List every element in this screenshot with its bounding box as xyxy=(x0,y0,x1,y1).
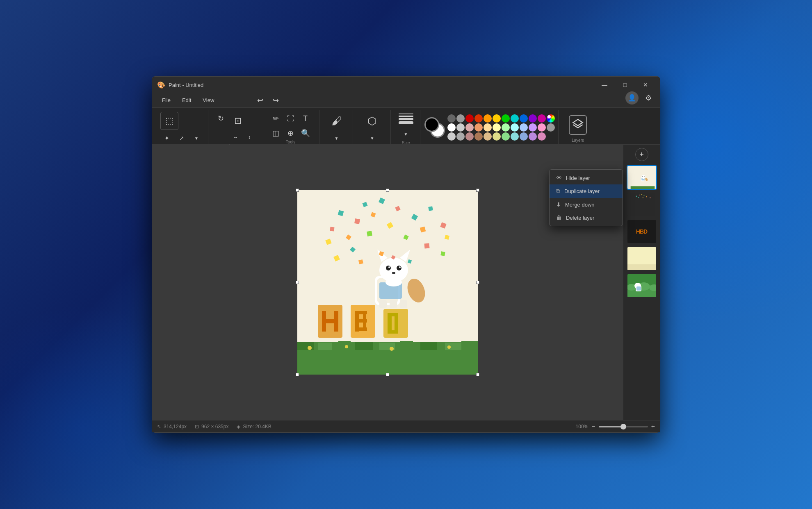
layer-thumb-3[interactable]: HBD xyxy=(627,219,657,244)
svg-rect-92 xyxy=(627,264,657,271)
zoom-out-button[interactable]: − xyxy=(591,423,595,430)
color-selector[interactable] xyxy=(424,117,445,138)
color-swatch[interactable] xyxy=(502,114,510,123)
color-swatch[interactable] xyxy=(474,123,483,132)
size-thickest[interactable] xyxy=(399,121,413,124)
color-swatch[interactable] xyxy=(493,123,501,132)
selection-arrow-button[interactable]: ↗ xyxy=(175,132,188,145)
text-button[interactable]: T xyxy=(299,112,312,125)
color-swatch[interactable] xyxy=(529,132,537,141)
handle-bottom-center[interactable] xyxy=(386,373,389,376)
color-swatch[interactable] xyxy=(465,123,474,132)
layer-thumb-2[interactable] xyxy=(627,192,657,217)
eraser-button[interactable]: ◫ xyxy=(269,127,283,140)
undo-button[interactable]: ↩ xyxy=(253,94,267,107)
color-swatch[interactable] xyxy=(465,132,474,141)
brush-icon[interactable]: 🖌 xyxy=(328,112,346,130)
color-swatch[interactable] xyxy=(474,114,483,123)
brush-dropdown[interactable]: ▼ xyxy=(330,132,343,145)
maximize-button[interactable]: □ xyxy=(616,79,634,91)
color-swatch[interactable] xyxy=(447,123,456,132)
color-swatch[interactable] xyxy=(529,123,537,132)
duplicate-layer-item[interactable]: ⧉ Duplicate layer xyxy=(550,184,623,198)
merge-down-item[interactable]: ⬇ Merge down xyxy=(550,198,623,211)
selection-rect-button[interactable]: ⬚ xyxy=(160,112,178,130)
svg-point-79 xyxy=(642,176,643,177)
layer-thumb-1[interactable] xyxy=(627,165,657,190)
selection-dropdown[interactable]: ▼ xyxy=(190,132,203,145)
handle-middle-left[interactable] xyxy=(296,281,299,284)
color-swatch[interactable] xyxy=(502,123,510,132)
shapes-dropdown[interactable]: ▼ xyxy=(366,132,379,145)
selection-freeform-button[interactable]: ✦ xyxy=(160,132,173,145)
color-swatch[interactable] xyxy=(484,123,492,132)
color-swatch[interactable] xyxy=(493,114,501,123)
layer-thumb-4[interactable] xyxy=(627,246,657,271)
flip-v-button[interactable]: ↕ xyxy=(243,131,256,144)
merge-down-label: Merge down xyxy=(565,202,595,208)
shapes-icon[interactable]: ⬡ xyxy=(363,112,381,130)
color-swatch[interactable] xyxy=(538,114,546,123)
color-swatch[interactable] xyxy=(538,123,546,132)
size-medium[interactable] xyxy=(399,116,413,117)
close-button[interactable]: ✕ xyxy=(636,79,655,91)
color-swatch[interactable] xyxy=(529,114,537,123)
color-swatch[interactable] xyxy=(520,114,528,123)
color-swatch[interactable] xyxy=(484,132,492,141)
hide-layer-label: Hide layer xyxy=(566,175,590,181)
zoom-thumb[interactable] xyxy=(620,424,626,429)
handle-bottom-left[interactable] xyxy=(296,373,299,376)
add-layer-button[interactable]: + xyxy=(635,148,648,161)
handle-bottom-right[interactable] xyxy=(476,373,479,376)
color-swatch[interactable] xyxy=(447,114,456,123)
menu-file[interactable]: File xyxy=(157,95,176,105)
hide-layer-item[interactable]: 👁 Hide layer xyxy=(550,171,623,184)
color-swatch[interactable] xyxy=(502,132,510,141)
color-swatch[interactable] xyxy=(520,132,528,141)
handle-top-left[interactable] xyxy=(296,189,299,192)
flip-h-button[interactable]: ↔ xyxy=(229,131,242,144)
fill-button[interactable]: ⛶ xyxy=(284,112,297,125)
rotate-button[interactable]: ↻ xyxy=(214,112,227,125)
color-swatch[interactable] xyxy=(484,114,492,123)
pencil-button[interactable]: ✏ xyxy=(269,112,283,125)
user-avatar[interactable]: 👤 xyxy=(625,91,639,105)
handle-top-center[interactable] xyxy=(386,189,389,192)
app-icon: 🎨 xyxy=(157,81,165,89)
eyedropper-button[interactable]: ⊕ xyxy=(284,127,297,140)
minimize-button[interactable]: — xyxy=(595,79,614,91)
handle-top-right[interactable] xyxy=(476,189,479,192)
delete-layer-item[interactable]: 🗑 Delete layer xyxy=(550,211,623,224)
color-swatch[interactable] xyxy=(511,114,519,123)
svg-point-39 xyxy=(388,266,390,268)
zoom-slider[interactable] xyxy=(599,426,648,427)
zoom-tool-button[interactable]: 🔍 xyxy=(299,127,312,140)
color-swatch[interactable] xyxy=(465,114,474,123)
color-swatch[interactable] xyxy=(447,132,456,141)
color-swatch[interactable] xyxy=(456,114,465,123)
color-swatch[interactable] xyxy=(520,123,528,132)
color-swatch[interactable] xyxy=(456,132,465,141)
zoom-in-button[interactable]: + xyxy=(651,423,655,430)
color-swatch[interactable] xyxy=(474,132,483,141)
color-swatch-empty xyxy=(547,123,555,132)
size-thin[interactable] xyxy=(399,114,413,114)
color-swatch[interactable] xyxy=(511,123,519,132)
layers-button[interactable] xyxy=(569,115,587,135)
canvas-image[interactable] xyxy=(297,190,478,375)
color-swatch[interactable] xyxy=(456,123,465,132)
color-swatch[interactable] xyxy=(538,132,546,141)
handle-middle-right[interactable] xyxy=(476,281,479,284)
resize-button[interactable]: ⊡ xyxy=(229,112,247,130)
color-rainbow[interactable] xyxy=(547,114,555,123)
foreground-color[interactable] xyxy=(424,117,439,132)
color-swatch[interactable] xyxy=(511,132,519,141)
layer-thumb-5[interactable] xyxy=(627,273,657,298)
menu-view[interactable]: View xyxy=(198,95,219,105)
color-swatch[interactable] xyxy=(493,132,501,141)
menu-edit[interactable]: Edit xyxy=(177,95,196,105)
size-dropdown[interactable]: ▼ xyxy=(399,127,413,141)
size-thick[interactable] xyxy=(399,118,413,120)
settings-button[interactable]: ⚙ xyxy=(642,91,655,105)
redo-button[interactable]: ↪ xyxy=(269,94,282,107)
